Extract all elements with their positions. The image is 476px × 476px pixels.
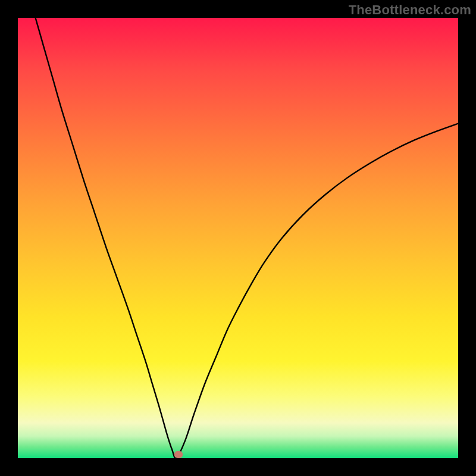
chart-frame: TheBottleneck.com [0, 0, 476, 476]
min-marker [174, 451, 183, 458]
plot-area [18, 18, 458, 458]
bottleneck-curve [36, 18, 458, 458]
watermark-text: TheBottleneck.com [349, 2, 471, 18]
curve-svg [18, 18, 458, 458]
